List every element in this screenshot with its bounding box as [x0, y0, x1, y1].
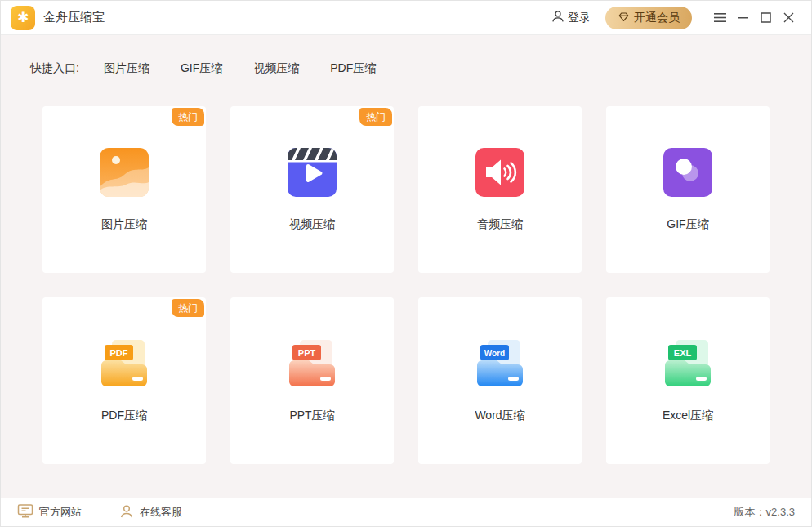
footer-bar: 官方网站 在线客服 版本：v2.3.3	[1, 498, 811, 526]
quick-link-image[interactable]: 图片压缩	[104, 61, 149, 76]
card-image-compress[interactable]: 热门	[42, 106, 206, 273]
audio-icon	[475, 148, 524, 200]
quick-link-gif[interactable]: GIF压缩	[181, 61, 222, 76]
card-pdf-compress[interactable]: 热门 PDF PDF压缩	[42, 297, 206, 464]
card-excel-compress[interactable]: EXL Excel压缩	[606, 297, 770, 464]
user-icon	[551, 10, 564, 25]
vip-label: 开通会员	[634, 11, 680, 25]
maximize-button[interactable]	[754, 7, 777, 29]
card-ppt-compress[interactable]: PPT PPT压缩	[230, 297, 394, 464]
quick-entry-row: 快捷入口: 图片压缩 GIF压缩 视频压缩 PDF压缩	[1, 35, 811, 76]
minimize-button[interactable]	[731, 7, 754, 29]
menu-button[interactable]	[708, 7, 731, 29]
login-button[interactable]: 登录	[551, 10, 591, 25]
close-icon	[783, 12, 794, 23]
hot-badge: 热门	[359, 108, 392, 126]
login-label: 登录	[568, 11, 591, 25]
svg-text:PDF: PDF	[110, 348, 128, 358]
minimize-icon	[738, 12, 748, 23]
card-audio-compress[interactable]: 音频压缩	[418, 106, 582, 273]
quick-link-video[interactable]: 视频压缩	[253, 61, 299, 76]
monitor-icon	[17, 503, 33, 521]
pdf-folder-icon: PDF	[99, 339, 149, 391]
titlebar-right: 登录 开通会员	[551, 7, 800, 29]
online-support-link[interactable]: 在线客服	[119, 504, 182, 521]
gif-icon	[663, 148, 712, 200]
card-word-compress[interactable]: Word Word压缩	[418, 297, 582, 464]
diamond-icon	[618, 11, 630, 25]
official-website-link[interactable]: 官方网站	[17, 503, 82, 521]
support-person-icon	[119, 504, 134, 521]
card-label: 视频压缩	[289, 217, 335, 232]
vip-upgrade-button[interactable]: 开通会员	[605, 7, 692, 29]
excel-folder-icon: EXL	[663, 339, 713, 391]
main-content: 快捷入口: 图片压缩 GIF压缩 视频压缩 PDF压缩 热门	[1, 35, 811, 498]
version-label: 版本：v2.3.3	[734, 505, 795, 520]
svg-text:Word: Word	[484, 349, 505, 358]
close-button[interactable]	[777, 7, 800, 29]
card-video-compress[interactable]: 热门	[230, 106, 394, 273]
window-controls	[708, 7, 800, 29]
logo-glyph: ✱	[17, 9, 29, 26]
card-label: PPT压缩	[289, 409, 334, 423]
app-logo-icon: ✱	[11, 6, 35, 30]
hamburger-icon	[714, 12, 726, 23]
official-website-label: 官方网站	[39, 505, 82, 520]
maximize-icon	[761, 12, 771, 23]
word-folder-icon: Word	[475, 339, 525, 391]
hot-badge: 热门	[172, 299, 204, 317]
card-gif-compress[interactable]: GIF压缩	[606, 106, 770, 273]
card-label: Excel压缩	[663, 409, 713, 423]
svg-text:PPT: PPT	[298, 348, 316, 358]
image-icon	[100, 148, 149, 200]
card-label: 音频压缩	[477, 217, 523, 232]
svg-text:EXL: EXL	[674, 348, 692, 358]
app-title: 金舟压缩宝	[43, 10, 105, 25]
card-label: Word压缩	[475, 409, 524, 423]
app-window: ✱ 金舟压缩宝 登录 开通会员	[0, 0, 812, 527]
quick-entry-label: 快捷入口:	[30, 61, 79, 76]
titlebar: ✱ 金舟压缩宝 登录 开通会员	[1, 1, 811, 35]
card-label: PDF压缩	[101, 409, 147, 423]
card-label: GIF压缩	[667, 217, 708, 232]
feature-grid: 热门	[42, 106, 770, 464]
quick-link-pdf[interactable]: PDF压缩	[330, 61, 376, 76]
card-label: 图片压缩	[101, 217, 147, 232]
video-icon	[288, 148, 337, 200]
ppt-folder-icon: PPT	[287, 339, 337, 391]
hot-badge: 热门	[172, 108, 204, 126]
online-support-label: 在线客服	[140, 505, 182, 520]
